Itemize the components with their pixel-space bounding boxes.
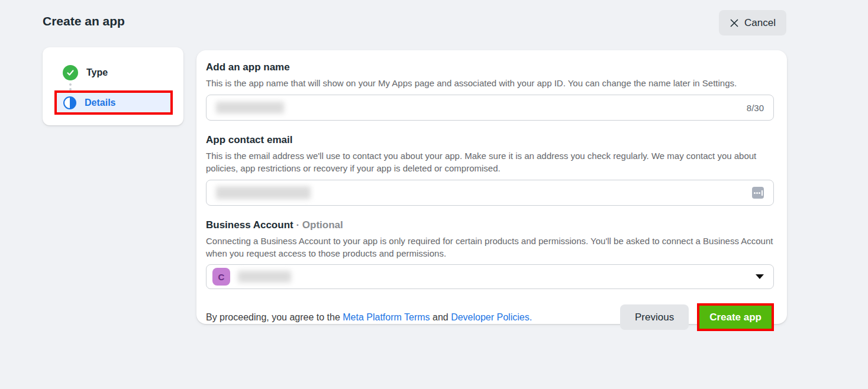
annotation-box-details: Details (54, 90, 173, 115)
details-form-card: Add an app name This is the app name tha… (196, 50, 787, 324)
optional-badge: · Optional (296, 219, 343, 231)
create-app-button[interactable]: Create app (699, 306, 772, 329)
contact-email-section: App contact email This is the email addr… (206, 134, 774, 206)
step-type-label: Type (86, 67, 108, 78)
email-visible-text: @gmail.com (304, 187, 356, 198)
previous-button[interactable]: Previous (620, 304, 689, 330)
footer-actions: Previous Create app (620, 303, 774, 331)
form-footer: By proceeding, you agree to the Meta Pla… (206, 303, 774, 331)
create-app-page: Create an app Cancel Type Details Add an… (0, 0, 868, 389)
annotation-box-create-app: Create app (697, 303, 774, 331)
business-account-description: Connecting a Business Account to your ap… (206, 235, 774, 260)
business-account-label-text: Business Account (206, 219, 293, 231)
check-circle-icon (63, 65, 78, 80)
app-name-description: This is the app name that will show on y… (206, 77, 774, 89)
cancel-label: Cancel (744, 17, 776, 29)
business-account-select[interactable]: C (206, 264, 774, 289)
contact-email-input[interactable]: @gmail.com (206, 180, 774, 206)
char-counter: 8/30 (747, 103, 764, 113)
redacted-business-name (238, 271, 291, 283)
app-name-section: Add an app name This is the app name tha… (206, 61, 774, 121)
contact-email-description: This is the email address we'll use to c… (206, 150, 774, 174)
cancel-button[interactable]: Cancel (719, 10, 786, 35)
meta-platform-terms-link[interactable]: Meta Platform Terms (343, 312, 430, 322)
app-name-input[interactable]: 8/30 (206, 95, 774, 121)
stepper-step-type[interactable]: Type (63, 65, 108, 80)
agreement-prefix: By proceeding, you agree to the (206, 312, 343, 322)
close-icon (730, 18, 739, 28)
chevron-down-icon (756, 274, 764, 279)
redacted-email-value (216, 186, 311, 199)
stepper-card: Type Details (43, 47, 183, 125)
stepper-step-details[interactable]: Details (57, 93, 170, 112)
business-avatar: C (212, 268, 230, 286)
page-title: Create an app (43, 14, 125, 28)
agreement-middle: and (430, 312, 451, 322)
business-account-section: Business Account · Optional Connecting a… (206, 219, 774, 289)
contact-email-label: App contact email (206, 134, 774, 146)
step-connector-dot (69, 83, 72, 86)
app-name-label: Add an app name (206, 61, 774, 73)
business-account-label: Business Account · Optional (206, 219, 774, 231)
password-manager-extension-icon[interactable] (752, 187, 764, 199)
agreement-text: By proceeding, you agree to the Meta Pla… (206, 312, 532, 323)
half-circle-progress-icon (63, 96, 76, 109)
redacted-app-name-value (216, 102, 284, 114)
step-details-label: Details (85, 98, 115, 108)
developer-policies-link[interactable]: Developer Policies. (451, 312, 532, 322)
